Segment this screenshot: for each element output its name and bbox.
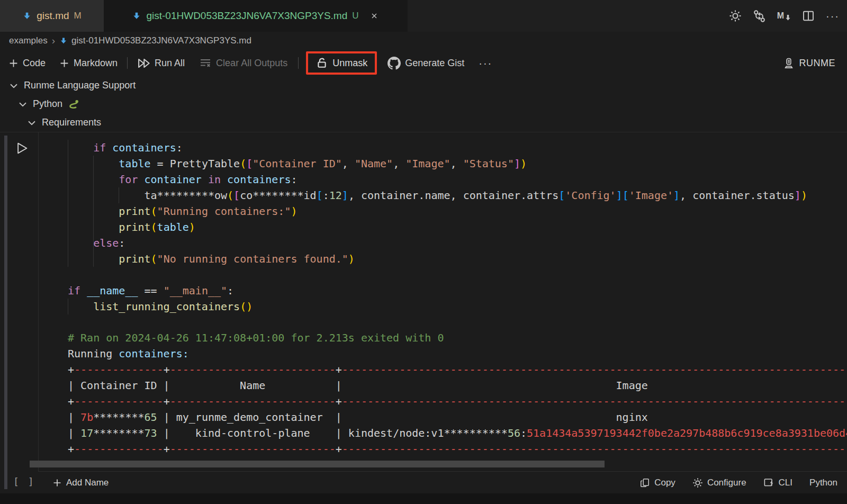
chevron-down-icon: [8, 80, 19, 91]
code-line: print("Running containers:"): [68, 203, 847, 219]
split-editor-icon[interactable]: [802, 10, 815, 22]
code-line: list_running_containers(): [68, 299, 847, 314]
markdown-preview-icon[interactable]: M: [777, 11, 791, 21]
toolbar-separator: [127, 57, 128, 69]
plus-icon: [8, 58, 19, 68]
untracked-badge: U: [352, 11, 358, 21]
cell-editor-region: if containers: table = PrettyTable(["Con…: [38, 132, 847, 493]
output-line: | Container ID | Name | Image: [68, 377, 847, 393]
copy-label: Copy: [654, 478, 675, 488]
indent-guide: [119, 187, 119, 203]
add-markdown-label: Markdown: [74, 58, 118, 69]
unmask-label: Unmask: [332, 58, 367, 69]
add-markdown-button[interactable]: Markdown: [59, 58, 118, 69]
code-line: for container in containers:: [68, 172, 847, 187]
notebook-toolbar: Code Markdown Run All Clear All Outputs …: [0, 50, 847, 76]
more-actions-icon[interactable]: ···: [479, 57, 492, 69]
cell-status-actions: Copy Configure CLI Python: [639, 477, 847, 488]
run-all-button[interactable]: Run All: [137, 57, 185, 70]
add-code-button[interactable]: Code: [8, 58, 46, 69]
code-line: print("No running containers found."): [68, 251, 847, 267]
play-icon: [14, 140, 30, 156]
notebook-cell: [ ] if containers: table = PrettyTable([…: [0, 132, 847, 493]
indent-guide: [68, 140, 68, 267]
tab-gist-generated-md[interactable]: gist-01HWD053BZ23JN6VA7X3NGP3YS.md U: [104, 0, 408, 32]
gear-icon[interactable]: [729, 10, 742, 22]
chevron-down-icon: [26, 118, 37, 128]
cell-output: # Ran on 2024-04-26 11:47:08+01:00 for 2…: [39, 330, 847, 457]
code-line: [68, 267, 847, 283]
cli-button[interactable]: CLI: [763, 477, 792, 488]
section-python[interactable]: Python: [0, 95, 847, 113]
horizontal-scrollbar[interactable]: [30, 461, 605, 467]
runme-brand: RUNME: [783, 57, 847, 69]
code-line: print(table): [68, 219, 847, 235]
close-icon[interactable]: [369, 11, 380, 21]
kernel-python-button[interactable]: Python: [809, 478, 837, 488]
breadcrumb: examples › gist-01HWD053BZ23JN6VA7X3NGP3…: [0, 32, 847, 50]
kernel-label: Python: [809, 478, 837, 488]
section-requirements[interactable]: Requirements: [0, 113, 847, 132]
output-line: +--------------+------------------------…: [68, 393, 847, 409]
snake-icon: [67, 98, 79, 110]
cli-label: CLI: [779, 478, 792, 488]
gear-icon: [692, 478, 703, 488]
cell-focus-indicator[interactable]: [4, 136, 7, 489]
breadcrumb-file-label: gist-01HWD053BZ23JN6VA7X3NGP3YS.md: [71, 35, 251, 46]
configure-button[interactable]: Configure: [692, 478, 746, 488]
generate-gist-label: Generate Gist: [405, 58, 464, 69]
runme-icon: [783, 57, 795, 69]
code-editor[interactable]: if containers: table = PrettyTable(["Con…: [39, 132, 847, 314]
modified-badge: M: [74, 11, 82, 21]
unmask-highlight-box: Unmask: [306, 51, 377, 75]
toolbar-separator: [298, 57, 299, 69]
section-label: Requirements: [42, 117, 101, 128]
configure-label: Configure: [707, 478, 746, 488]
run-cell-button[interactable]: [14, 140, 30, 156]
terminal-bolt-icon: [763, 477, 774, 488]
add-name-label: Add Name: [66, 478, 109, 488]
tab-label: gist.md: [37, 10, 69, 22]
code-line: ta*********ow([co********id[:12], contai…: [68, 187, 847, 203]
code-line: else:: [68, 235, 847, 251]
cell-json-brackets-button[interactable]: [ ]: [13, 476, 35, 487]
markdown-file-icon: [59, 37, 68, 45]
code-line: if containers:: [68, 140, 847, 156]
section-runme-language-support[interactable]: Runme Language Support: [0, 76, 847, 95]
unmask-button[interactable]: Unmask: [316, 57, 367, 69]
plus-icon: [52, 478, 62, 488]
tab-bar: gist.md M gist-01HWD053BZ23JN6VA7X3NGP3Y…: [0, 0, 847, 32]
run-all-label: Run All: [155, 58, 185, 69]
plus-icon: [59, 58, 69, 68]
output-line: +--------------+------------------------…: [68, 362, 847, 377]
breadcrumb-file[interactable]: gist-01HWD053BZ23JN6VA7X3NGP3YS.md: [59, 35, 251, 46]
output-line: Running containers:: [68, 346, 847, 362]
compare-changes-icon[interactable]: [753, 10, 766, 23]
output-line: +--------------+------------------------…: [68, 441, 847, 457]
code-line: if __name__ == "__main__":: [68, 283, 847, 299]
code-line: table = PrettyTable(["Container ID", "Na…: [68, 156, 847, 172]
section-label: Python: [33, 98, 62, 110]
tab-gist-md[interactable]: gist.md M: [0, 0, 104, 32]
clear-all-outputs-button[interactable]: Clear All Outputs: [199, 57, 287, 69]
clear-all-outputs-label: Clear All Outputs: [216, 58, 287, 69]
window-bottom-edge: [0, 493, 847, 504]
output-line: | 7b********65 | my_runme_demo_container…: [68, 409, 847, 425]
output-line: # Ran on 2024-04-26 11:47:08+01:00 for 2…: [68, 330, 847, 346]
markdown-file-icon: [22, 11, 32, 21]
clear-all-icon: [199, 57, 212, 69]
copy-icon: [639, 478, 650, 488]
cell-status-bar: Add Name Copy Configure CLI Python: [38, 471, 847, 493]
generate-gist-button[interactable]: Generate Gist: [388, 57, 464, 70]
section-label: Runme Language Support: [24, 80, 136, 91]
chevron-right-icon: ›: [52, 35, 55, 47]
copy-button[interactable]: Copy: [639, 478, 675, 488]
breadcrumb-folder[interactable]: examples: [9, 35, 48, 46]
indent-guide: [93, 156, 94, 267]
indent-guide: [68, 299, 68, 314]
output-line: | 17********73 | kind-control-plane | ki…: [68, 425, 847, 441]
runme-label: RUNME: [799, 58, 836, 69]
preview-letter: M: [777, 11, 784, 21]
more-actions-icon[interactable]: ···: [826, 10, 840, 22]
add-name-button[interactable]: Add Name: [52, 478, 109, 488]
